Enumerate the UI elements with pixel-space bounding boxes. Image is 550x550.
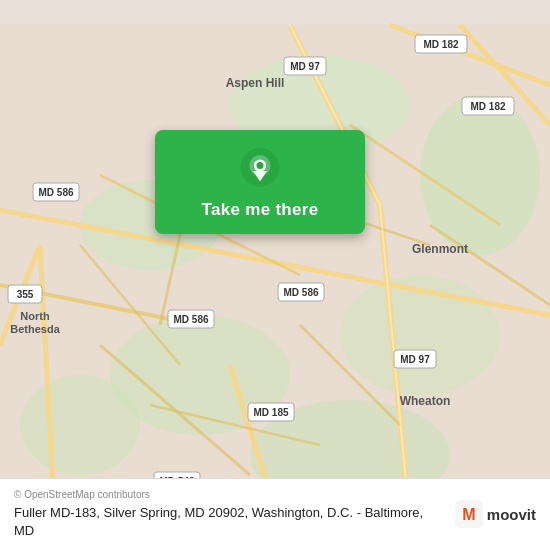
svg-text:Bethesda: Bethesda [10, 323, 60, 335]
moovit-brand-icon: M [455, 500, 483, 528]
info-left: © OpenStreetMap contributors Fuller MD-1… [14, 489, 445, 540]
svg-text:Glenmont: Glenmont [412, 242, 468, 256]
svg-text:Aspen Hill: Aspen Hill [226, 76, 285, 90]
location-pin-icon [238, 148, 282, 192]
address-text: Fuller MD-183, Silver Spring, MD 20902, … [14, 504, 445, 540]
svg-text:MD 97: MD 97 [290, 61, 320, 72]
svg-point-6 [20, 375, 140, 475]
svg-text:M: M [462, 506, 475, 523]
svg-text:MD 182: MD 182 [470, 101, 505, 112]
map-container: MD 182 MD 182 MD 97 MD 97 MD 586 MD 586 … [0, 0, 550, 550]
svg-text:Wheaton: Wheaton [400, 394, 451, 408]
map-svg: MD 182 MD 182 MD 97 MD 97 MD 586 MD 586 … [0, 0, 550, 550]
moovit-logo: M moovit [455, 500, 536, 528]
svg-text:MD 586: MD 586 [173, 314, 208, 325]
info-bar: © OpenStreetMap contributors Fuller MD-1… [0, 478, 550, 550]
moovit-brand-text: moovit [487, 506, 536, 523]
svg-text:MD 97: MD 97 [400, 354, 430, 365]
cta-label: Take me there [202, 200, 319, 220]
take-me-there-button[interactable]: Take me there [155, 130, 365, 234]
svg-point-56 [256, 162, 263, 169]
osm-credit: © OpenStreetMap contributors [14, 489, 445, 500]
cta-button-container[interactable]: Take me there [155, 130, 365, 234]
svg-text:North: North [20, 310, 50, 322]
svg-text:355: 355 [17, 289, 34, 300]
svg-text:MD 586: MD 586 [283, 287, 318, 298]
svg-text:MD 185: MD 185 [253, 407, 288, 418]
svg-point-4 [340, 275, 500, 395]
svg-text:MD 182: MD 182 [423, 39, 458, 50]
svg-text:MD 586: MD 586 [38, 187, 73, 198]
